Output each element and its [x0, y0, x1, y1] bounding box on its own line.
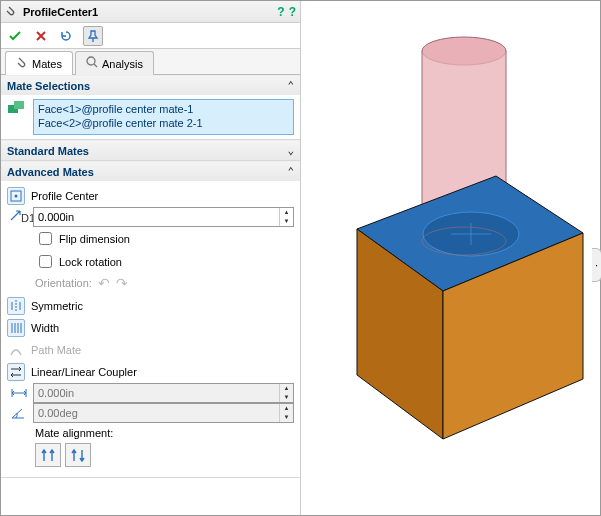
tab-bar: Mates Analysis: [1, 49, 300, 75]
symmetric-label: Symmetric: [31, 300, 83, 312]
path-mate-icon: [7, 341, 25, 359]
tab-mates-label: Mates: [32, 58, 62, 70]
selection-item[interactable]: Face<2>@profile center mate 2-1: [38, 116, 289, 130]
spin-up-icon: ▲: [280, 404, 293, 413]
spin-up-icon[interactable]: ▲: [280, 208, 293, 217]
linear-distance-icon: [9, 384, 29, 402]
mates-icon: [16, 56, 28, 71]
orient-cw-icon: ↷: [116, 275, 128, 291]
svg-point-0: [87, 57, 95, 65]
width-icon[interactable]: [7, 319, 25, 337]
spin-up-icon: ▲: [280, 384, 293, 393]
expand-icon: ⌄: [287, 144, 294, 157]
cancel-button[interactable]: [31, 26, 51, 46]
flip-dimension-label: Flip dimension: [59, 233, 130, 245]
dimension-value[interactable]: [34, 208, 279, 226]
spin-down-icon: ▼: [280, 413, 293, 422]
selection-icon: [7, 99, 27, 119]
selection-item[interactable]: Face<1>@profile center mate-1: [38, 102, 289, 116]
feature-title: ProfileCenter1: [23, 6, 273, 18]
section-standard-mates-label: Standard Mates: [7, 145, 89, 157]
dimension-icon: D1: [9, 208, 29, 226]
orientation-label: Orientation:: [35, 277, 92, 289]
pin-button[interactable]: [83, 26, 103, 46]
attach-icon: [5, 5, 19, 19]
section-advanced-mates-label: Advanced Mates: [7, 166, 94, 178]
spin-down-icon[interactable]: ▼: [280, 217, 293, 226]
help-icon[interactable]: ?: [277, 5, 284, 19]
confirm-bar: [1, 23, 300, 49]
collapse-icon: ⌃: [287, 165, 294, 178]
section-mate-selections-label: Mate Selections: [7, 80, 90, 92]
titlebar: ProfileCenter1 ? ?: [1, 1, 300, 23]
graphics-view[interactable]: [301, 1, 600, 515]
tab-mates[interactable]: Mates: [5, 51, 73, 75]
spin-down-icon: ▼: [280, 393, 293, 402]
help2-icon[interactable]: ?: [289, 5, 296, 19]
lock-rotation-checkbox[interactable]: Lock rotation: [35, 250, 294, 273]
angle-value: [34, 404, 279, 422]
profile-center-label: Profile Center: [31, 190, 98, 202]
ok-button[interactable]: [5, 26, 25, 46]
svg-point-4: [15, 195, 18, 198]
collapse-icon: ⌃: [287, 79, 294, 92]
path-mate-label: Path Mate: [31, 344, 81, 356]
section-advanced-mates[interactable]: Advanced Mates ⌃: [1, 161, 300, 181]
orientation-row: Orientation: ↶ ↷: [35, 273, 294, 295]
symmetric-icon[interactable]: [7, 297, 25, 315]
aligned-button[interactable]: [35, 443, 61, 467]
undo-button[interactable]: [57, 26, 77, 46]
analysis-icon: [86, 56, 98, 71]
angle-value-input: ▲▼: [33, 403, 294, 423]
mate-alignment-label: Mate alignment:: [35, 427, 288, 439]
dimension-input[interactable]: ▲▼: [33, 207, 294, 227]
anti-aligned-button[interactable]: [65, 443, 91, 467]
lock-rotation-label: Lock rotation: [59, 256, 122, 268]
linear-value-input: ▲▼: [33, 383, 294, 403]
svg-rect-2: [14, 101, 24, 109]
section-mate-selections[interactable]: Mate Selections ⌃: [1, 75, 300, 95]
linear-coupler-icon[interactable]: [7, 363, 25, 381]
profile-center-icon[interactable]: [7, 187, 25, 205]
orient-ccw-icon: ↶: [98, 275, 110, 291]
selection-list[interactable]: Face<1>@profile center mate-1 Face<2>@pr…: [33, 99, 294, 135]
angle-icon: [9, 404, 29, 422]
width-label: Width: [31, 322, 59, 334]
linear-value: [34, 384, 279, 402]
section-standard-mates[interactable]: Standard Mates ⌄: [1, 140, 300, 160]
flip-dimension-input[interactable]: [39, 232, 52, 245]
linear-coupler-label: Linear/Linear Coupler: [31, 366, 137, 378]
tab-analysis[interactable]: Analysis: [75, 51, 154, 75]
tab-analysis-label: Analysis: [102, 58, 143, 70]
lock-rotation-input[interactable]: [39, 255, 52, 268]
flip-dimension-checkbox[interactable]: Flip dimension: [35, 227, 294, 250]
